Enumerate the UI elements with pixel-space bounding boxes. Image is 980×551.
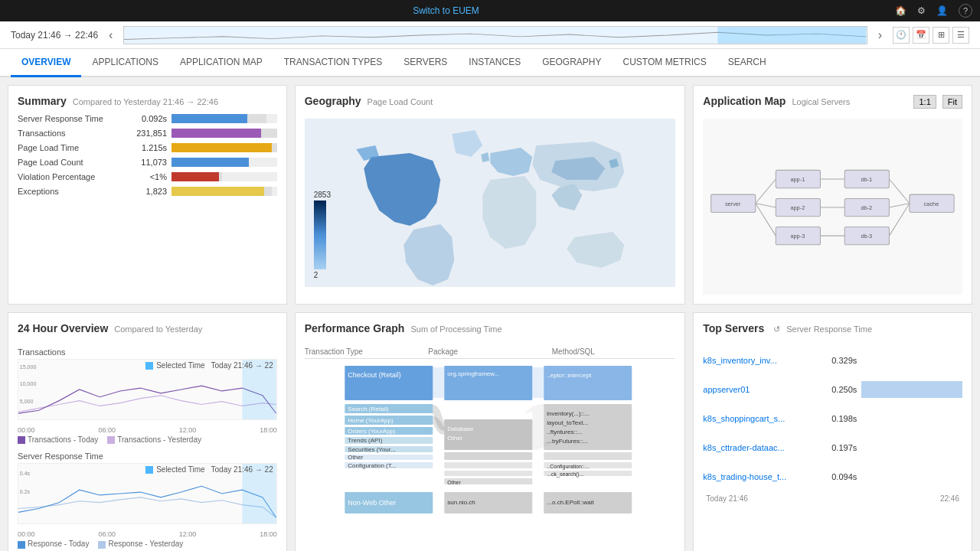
server-name[interactable]: k8s_cttrader-dataac... — [703, 443, 818, 452]
tab-search[interactable]: SEARCH — [717, 49, 777, 77]
svg-text:Configuration (T...: Configuration (T... — [348, 462, 396, 469]
map-legend: 2853 2 — [314, 191, 331, 279]
fit-button[interactable]: Fit — [942, 95, 962, 109]
perf-title: Performance Graph — [305, 322, 405, 334]
tab-applications[interactable]: APPLICATIONS — [81, 49, 168, 77]
resp-legend: Response - Today Response - Yesterday — [18, 540, 277, 548]
server-rows: k8s_inventory_inv... 0.329s appserver01 … — [703, 349, 962, 488]
svg-text:10,000: 10,000 — [20, 380, 37, 387]
servers-time-end: 22:46 — [940, 494, 959, 503]
nav-tabs: OVERVIEW APPLICATIONS APPLICATION MAP TR… — [0, 49, 980, 77]
top-servers-subtitle: Server Response Time — [786, 324, 872, 334]
server-sparkline — [861, 349, 962, 372]
ratio-button[interactable]: 1:1 — [913, 95, 936, 109]
calendar-icon[interactable]: 📅 — [913, 27, 929, 44]
svg-rect-0 — [718, 27, 867, 44]
list-icon[interactable]: ☰ — [952, 27, 969, 44]
switch-to-euem[interactable]: Switch to EUEM — [413, 5, 479, 16]
perf-headers: Transaction Type Package Method/SQL — [305, 347, 676, 359]
server-sparkline — [861, 436, 962, 459]
server-response-time: 0.198s — [822, 414, 857, 423]
server-name[interactable]: k8s_trading-house_t... — [703, 472, 818, 481]
summary-row-label: Server Response Time — [18, 114, 125, 123]
svg-text:Non-Web Other: Non-Web Other — [348, 499, 396, 507]
svg-line-15 — [890, 179, 910, 204]
resp-yesterday-legend: Response - Yesterday — [108, 540, 183, 548]
svg-text:org.springframew...: org.springframew... — [447, 370, 499, 377]
summary-row: Page Load Count 11,073 — [18, 158, 277, 167]
tab-application-map[interactable]: APPLICATION MAP — [169, 49, 273, 77]
today-range-txn: Today 21:46 → 22 — [211, 361, 273, 370]
gear-icon[interactable]: ⚙ — [917, 5, 926, 16]
next-time-nav[interactable]: › — [875, 28, 885, 42]
summary-panel: Summary Compared to Yesterday 21:46 → 22… — [8, 85, 287, 305]
summary-row-label: Page Load Time — [18, 143, 125, 152]
prev-time-nav[interactable]: ‹ — [106, 28, 116, 42]
tab-transaction-types[interactable]: TRANSACTION TYPES — [273, 49, 393, 77]
tab-overview[interactable]: OVERVIEW — [11, 49, 81, 77]
grid-icon[interactable]: ⊞ — [933, 27, 949, 44]
server-name[interactable]: k8s_shoppingcart_s... — [703, 414, 818, 423]
summary-row-label: Exceptions — [18, 187, 125, 196]
help-icon[interactable]: ? — [959, 4, 972, 18]
home-icon[interactable]: 🏠 — [895, 5, 906, 16]
svg-line-17 — [890, 204, 910, 236]
geography-title: Geography — [305, 95, 361, 107]
selected-time-label: Selected Time — [156, 361, 204, 370]
txn-legend: Transactions - Today Transactions - Yest… — [18, 435, 277, 444]
today-range-resp: Today 21:46 → 22 — [211, 465, 273, 474]
clock-icon[interactable]: 🕐 — [893, 27, 910, 44]
app-map-panel: Application Map Logical Servers 1:1 Fit — [693, 85, 972, 305]
world-map: 2853 2 — [305, 119, 676, 287]
svg-line-10 — [756, 204, 776, 207]
server-row: k8s_cttrader-dataac... 0.197s — [703, 436, 962, 459]
summary-rows: Server Response Time 0.092s Transactions… — [18, 114, 277, 196]
server-row: k8s_trading-house_t... 0.094s — [703, 465, 962, 488]
svg-text:...o.ch.EPoll::wait: ...o.ch.EPoll::wait — [547, 499, 594, 506]
svg-text:Database: Database — [447, 425, 474, 432]
svg-text:Other: Other — [447, 480, 461, 485]
summary-row-value: 1,823 — [125, 187, 167, 196]
time-icons: 🕐 📅 ⊞ ☰ — [893, 27, 969, 44]
svg-text:cache: cache — [924, 201, 939, 207]
summary-row: Server Response Time 0.092s — [18, 114, 277, 123]
server-row: k8s_shoppingcart_s... 0.198s — [703, 407, 962, 430]
tab-instances[interactable]: INSTANCES — [458, 49, 531, 77]
resp-today-legend: Response - Today — [28, 540, 89, 548]
selected-time-label2: Selected Time — [156, 465, 204, 474]
user-icon[interactable]: 👤 — [936, 5, 948, 16]
overview-panel: 24 Hour Overview Compared to Yesterday T… — [8, 312, 287, 551]
svg-text:5,000: 5,000 — [20, 397, 34, 404]
perf-col3: Method/SQL — [552, 347, 676, 356]
response-label: Server Response Time — [18, 452, 277, 461]
server-sparkline — [861, 407, 962, 430]
svg-text:...tryFutures::...: ...tryFutures::... — [547, 438, 588, 445]
svg-text:0.4s: 0.4s — [20, 470, 31, 477]
summary-title: Summary — [18, 95, 67, 107]
server-name[interactable]: k8s_inventory_inv... — [703, 356, 818, 365]
server-response-time: 0.250s — [822, 385, 857, 394]
servers-time-start: Today 21:46 — [706, 494, 748, 503]
svg-text:sun.nio.ch: sun.nio.ch — [447, 499, 475, 506]
tab-custom-metrics[interactable]: CUSTOM METRICS — [612, 49, 717, 77]
svg-text:inventory(...)::...: inventory(...)::... — [547, 410, 590, 417]
tab-servers[interactable]: SERVERS — [393, 49, 458, 77]
svg-text:..ftyntures::...: ..ftyntures::... — [547, 429, 582, 435]
svg-text:0.2s: 0.2s — [20, 488, 31, 495]
overview-title: 24 Hour Overview — [18, 322, 108, 334]
svg-text:db-2: db-2 — [861, 204, 873, 211]
svg-line-11 — [756, 204, 776, 236]
overview-subtitle: Compared to Yesterday — [114, 324, 202, 334]
server-row: k8s_inventory_inv... 0.329s — [703, 349, 962, 372]
svg-text:Checkout (Retail): Checkout (Retail) — [348, 371, 401, 379]
svg-text:..eptor::intercept: ..eptor::intercept — [547, 372, 592, 379]
transactions-label: Transactions — [18, 347, 277, 357]
app-map-canvas: server app-1 app-2 app-3 db-1 db-2 db-3 … — [703, 119, 962, 295]
server-name[interactable]: appserver01 — [703, 385, 818, 394]
time-chart-preview[interactable] — [123, 26, 867, 44]
svg-text:server: server — [725, 201, 741, 207]
tab-geography[interactable]: GEOGRAPHY — [531, 49, 612, 77]
perf-sankey: Checkout (Retail) Search (Retail) Home (… — [305, 362, 676, 530]
performance-panel: Performance Graph Sum of Processing Time… — [295, 312, 686, 551]
svg-text:Search (Retail): Search (Retail) — [348, 406, 389, 412]
